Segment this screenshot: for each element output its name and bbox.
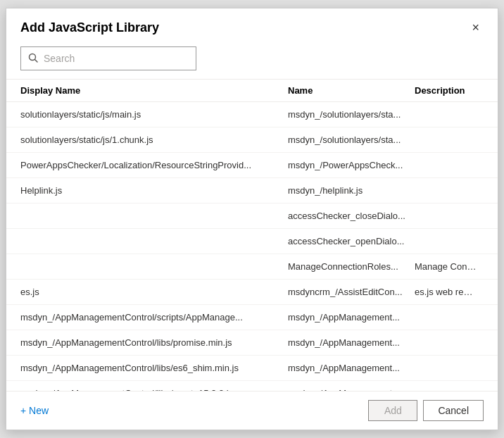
search-icon — [28, 53, 38, 65]
cell-name: msdyn_/PowerAppsCheck... — [288, 160, 415, 170]
add-javascript-library-dialog: Add JavaScript Library × Display Name Na… — [6, 8, 498, 430]
table-row[interactable]: es.jsmsdyncrm_/AssistEditCon...es.js web… — [6, 280, 498, 305]
cell-name: msdyn_/AppManagement... — [288, 312, 415, 323]
table-scroll[interactable]: solutionlayers/static/js/main.jsmsdyn_/s… — [6, 102, 498, 391]
add-button[interactable]: Add — [368, 400, 417, 421]
cell-display-name: msdyn_/AppManagementControl/libs/promise… — [20, 337, 288, 348]
table-row[interactable]: msdyn_/AppManagementControl/libs/promise… — [6, 330, 498, 356]
table-row[interactable]: accessChecker_closeDialo... — [6, 204, 498, 229]
dialog-title: Add JavaScript Library — [20, 20, 159, 35]
cell-description: Manage Connect... — [415, 261, 484, 272]
dialog-header: Add JavaScript Library × — [6, 8, 498, 44]
cell-display-name: es.js — [20, 287, 288, 297]
cell-name: accessChecker_closeDialo... — [288, 211, 415, 221]
table-row[interactable]: msdyn_/AppManagementControl/scripts/AppM… — [6, 305, 498, 330]
col-header-description: Description — [415, 85, 484, 96]
table-container: Display Name Name Description solutionla… — [6, 79, 498, 391]
cell-name: msdyn_/solutionlayers/sta... — [288, 109, 415, 120]
cell-name: msdyncrm_/AssistEditCon... — [288, 287, 415, 297]
cell-name: accessChecker_openDialo... — [288, 236, 415, 246]
table-row[interactable]: Helplink.jsmsdyn_/helplink.js — [6, 178, 498, 204]
table-row[interactable]: msdyn_/AppManagementControl/libs/react_1… — [6, 381, 498, 391]
search-container — [6, 44, 498, 79]
table-header: Display Name Name Description — [6, 80, 498, 102]
cancel-button[interactable]: Cancel — [423, 400, 484, 421]
table-row[interactable]: msdyn_/AppManagementControl/libs/es6_shi… — [6, 356, 498, 381]
cell-display-name: Helplink.js — [20, 185, 288, 196]
search-box — [20, 46, 196, 70]
svg-line-1 — [35, 59, 38, 62]
cell-name: msdyn_/AppManagement... — [288, 337, 415, 348]
footer-actions: Add Cancel — [368, 400, 484, 421]
dialog-footer: + New Add Cancel — [6, 391, 498, 430]
new-button[interactable]: + New — [20, 402, 49, 419]
cell-display-name: msdyn_/AppManagementControl/scripts/AppM… — [20, 312, 288, 323]
cell-description: es.js web resource. — [415, 287, 484, 297]
col-header-name: Name — [288, 85, 415, 96]
table-row[interactable]: accessChecker_openDialo... — [6, 229, 498, 254]
cell-name: msdyn_/helplink.js — [288, 185, 415, 196]
table-row[interactable]: ManageConnectionRoles...Manage Connect..… — [6, 254, 498, 280]
cell-display-name: PowerAppsChecker/Localization/ResourceSt… — [20, 160, 288, 170]
cell-display-name: msdyn_/AppManagementControl/libs/es6_shi… — [20, 363, 288, 373]
col-header-display-name: Display Name — [20, 85, 288, 96]
table-row[interactable]: solutionlayers/static/js/1.chunk.jsmsdyn… — [6, 127, 498, 153]
close-button[interactable]: × — [467, 20, 484, 35]
cell-display-name: solutionlayers/static/js/main.js — [20, 109, 288, 120]
cell-name: msdyn_/AppManagement... — [288, 363, 415, 373]
cell-name: msdyn_/solutionlayers/sta... — [288, 134, 415, 145]
cell-display-name: solutionlayers/static/js/1.chunk.js — [20, 134, 288, 145]
table-row[interactable]: solutionlayers/static/js/main.jsmsdyn_/s… — [6, 102, 498, 127]
table-row[interactable]: PowerAppsChecker/Localization/ResourceSt… — [6, 153, 498, 178]
search-input[interactable] — [44, 53, 189, 64]
cell-name: ManageConnectionRoles... — [288, 261, 415, 272]
